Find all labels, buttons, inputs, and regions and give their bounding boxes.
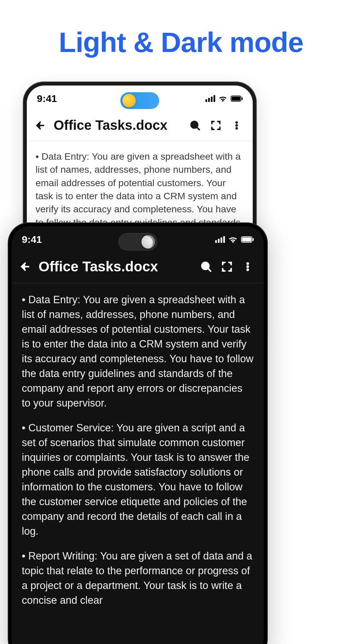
svg-rect-2	[242, 97, 243, 100]
battery-icon	[231, 96, 243, 102]
fullscreen-icon	[210, 120, 221, 131]
theme-toggle-light[interactable]	[120, 92, 159, 109]
fullscreen-icon	[221, 261, 233, 272]
app-toolbar: Office Tasks.docx	[27, 109, 253, 141]
phone-frame-dark: 9:41 Office Tasks.docx	[8, 223, 267, 644]
search-icon	[200, 261, 212, 273]
svg-point-4	[236, 121, 238, 123]
status-time: 9:41	[37, 93, 57, 104]
promo-headline: Light & Dark mode	[0, 26, 362, 59]
svg-point-12	[247, 266, 249, 268]
sun-icon	[122, 94, 136, 107]
status-time: 9:41	[22, 234, 42, 245]
more-options-button[interactable]	[240, 259, 255, 274]
document-title: Office Tasks.docx	[54, 118, 182, 133]
doc-paragraph: Data Entry: You are given a spreadsheet …	[22, 292, 254, 411]
fullscreen-button[interactable]	[208, 118, 223, 133]
wifi-icon	[219, 95, 227, 102]
more-options-button[interactable]	[229, 118, 244, 133]
search-icon	[189, 120, 201, 131]
document-title: Office Tasks.docx	[39, 259, 193, 275]
fullscreen-button[interactable]	[220, 259, 234, 274]
theme-toggle-dark[interactable]	[118, 233, 157, 251]
status-indicators	[215, 236, 254, 243]
svg-point-5	[236, 124, 238, 126]
status-indicators	[205, 95, 243, 102]
moon-icon	[141, 235, 155, 249]
doc-paragraph: Report Writing: You are given a set of d…	[22, 549, 254, 608]
back-button[interactable]	[18, 259, 33, 274]
cellular-signal-icon	[205, 95, 215, 102]
cellular-signal-icon	[215, 236, 225, 243]
more-vertical-icon	[232, 120, 242, 131]
document-body[interactable]: Data Entry: You are given a spreadsheet …	[12, 283, 264, 627]
svg-point-13	[247, 269, 249, 271]
search-button[interactable]	[188, 118, 202, 133]
svg-rect-1	[232, 97, 240, 101]
svg-point-6	[236, 127, 238, 129]
wifi-icon	[228, 236, 238, 243]
back-button[interactable]	[33, 118, 48, 133]
app-toolbar: Office Tasks.docx	[12, 250, 264, 283]
svg-point-11	[247, 262, 249, 265]
svg-rect-8	[242, 237, 251, 242]
battery-icon	[241, 236, 254, 243]
search-button[interactable]	[199, 259, 214, 274]
more-vertical-icon	[242, 261, 253, 273]
svg-rect-9	[253, 238, 254, 241]
screen-dark: 9:41 Office Tasks.docx	[12, 226, 264, 644]
doc-paragraph: Customer Service: You are given a script…	[22, 421, 254, 539]
